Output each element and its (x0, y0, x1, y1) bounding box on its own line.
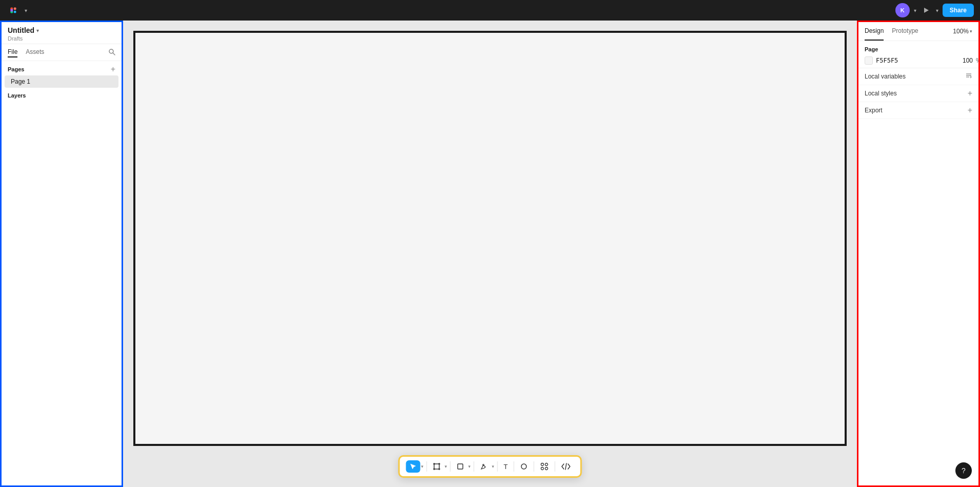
file-title-chevron-icon: ▾ (36, 28, 39, 33)
pen-tool-button[interactable] (476, 460, 491, 473)
bg-color-swatch[interactable] (865, 56, 873, 65)
bottom-toolbar: ▾ ▾ (398, 455, 582, 478)
search-button[interactable] (108, 48, 115, 57)
pages-section-title: Pages (8, 66, 24, 72)
toolbar-separator-2 (450, 461, 450, 472)
top-bar: ▾ K ▾ ▾ Share (0, 0, 980, 21)
code-tool-button[interactable] (558, 460, 574, 473)
help-button[interactable]: ? (955, 462, 972, 479)
local-variables-action-button[interactable] (965, 72, 972, 81)
share-button[interactable]: Share (943, 4, 974, 17)
frame-tool-button[interactable] (429, 460, 444, 473)
file-title: Untitled (8, 26, 34, 34)
local-variables-label: Local variables (865, 73, 906, 80)
canvas-frame (133, 31, 847, 446)
bg-color-input[interactable] (876, 57, 954, 64)
layers-section-header: Layers (2, 88, 122, 101)
bg-opacity-input[interactable] (957, 57, 973, 64)
tab-prototype[interactable]: Prototype (892, 22, 918, 41)
avatar-chevron-icon: ▾ (914, 8, 916, 13)
svg-point-3 (14, 11, 16, 13)
file-header: Untitled ▾ Drafts (2, 22, 122, 44)
text-tool-button[interactable]: T (500, 460, 511, 473)
top-bar-right: K ▾ ▾ Share (895, 3, 974, 17)
play-chevron-icon: ▾ (936, 8, 938, 13)
tab-assets[interactable]: Assets (26, 47, 44, 57)
local-styles-add-button[interactable]: + (968, 89, 972, 98)
layers-section-title: Layers (8, 92, 26, 99)
export-label: Export (865, 107, 883, 114)
top-bar-left: ▾ (6, 3, 27, 17)
main-layout: Untitled ▾ Drafts File Assets Pages + Pa… (0, 21, 980, 487)
cursor-tool-button[interactable] (406, 460, 420, 473)
pen-chevron-icon: ▾ (492, 464, 494, 469)
svg-point-21 (545, 463, 548, 466)
local-styles-label: Local styles (865, 90, 897, 97)
components-tool-button[interactable] (537, 460, 552, 473)
right-panel: Design Prototype 100% ▾ Page % (857, 21, 980, 487)
ellipse-tool-button[interactable] (517, 460, 531, 473)
panel-tabs: File Assets (2, 44, 122, 61)
svg-line-7 (113, 53, 115, 55)
export-row[interactable]: Export + (858, 102, 978, 119)
menu-chevron-icon: ▾ (25, 8, 27, 13)
page-section: Page % (858, 41, 978, 68)
tab-design[interactable]: Design (865, 22, 884, 41)
right-panel-header: Design Prototype 100% ▾ (858, 22, 978, 41)
avatar-button[interactable]: K (895, 3, 910, 17)
shape-tool-button[interactable] (453, 460, 467, 473)
opacity-percent-label: % (976, 57, 980, 64)
toolbar-separator-7 (555, 461, 555, 472)
toolbar-separator-3 (473, 461, 474, 472)
svg-point-19 (522, 464, 527, 469)
add-page-button[interactable]: + (111, 65, 115, 73)
svg-rect-17 (457, 464, 463, 469)
toolbar-separator-4 (497, 461, 497, 472)
toolbar-separator-5 (514, 461, 514, 472)
svg-point-20 (541, 463, 544, 466)
page-section-title: Page (865, 46, 972, 52)
pages-section-header: Pages + (2, 61, 122, 75)
svg-point-22 (541, 467, 544, 470)
bg-color-row: % (865, 56, 972, 65)
toolbar-separator-6 (534, 461, 534, 472)
text-tool-icon: T (504, 463, 508, 471)
svg-marker-5 (924, 8, 929, 13)
local-styles-row[interactable]: Local styles + (858, 85, 978, 102)
canvas-area[interactable]: ▾ ▾ (123, 21, 857, 487)
svg-rect-4 (10, 9, 13, 12)
svg-line-24 (566, 463, 567, 470)
tab-file[interactable]: File (8, 47, 17, 57)
svg-point-23 (545, 467, 548, 470)
frame-chevron-icon: ▾ (445, 464, 447, 469)
export-add-button[interactable]: + (968, 106, 972, 115)
play-button[interactable] (921, 5, 932, 16)
svg-rect-8 (434, 464, 439, 469)
left-panel: Untitled ▾ Drafts File Assets Pages + Pa… (0, 21, 123, 487)
svg-rect-1 (14, 7, 16, 10)
cursor-chevron-icon: ▾ (421, 464, 424, 469)
zoom-value: 100% (953, 28, 969, 35)
local-variables-row[interactable]: Local variables (858, 68, 978, 85)
shape-chevron-icon: ▾ (468, 464, 471, 469)
file-subtitle: Drafts (8, 35, 115, 42)
file-title-row: Untitled ▾ (8, 26, 115, 34)
toolbar-separator-1 (426, 461, 427, 472)
page-1-item[interactable]: Page 1 (5, 75, 118, 88)
figma-logo-button[interactable] (6, 3, 21, 17)
zoom-control[interactable]: 100% ▾ (953, 28, 972, 35)
zoom-chevron-icon: ▾ (970, 29, 972, 34)
